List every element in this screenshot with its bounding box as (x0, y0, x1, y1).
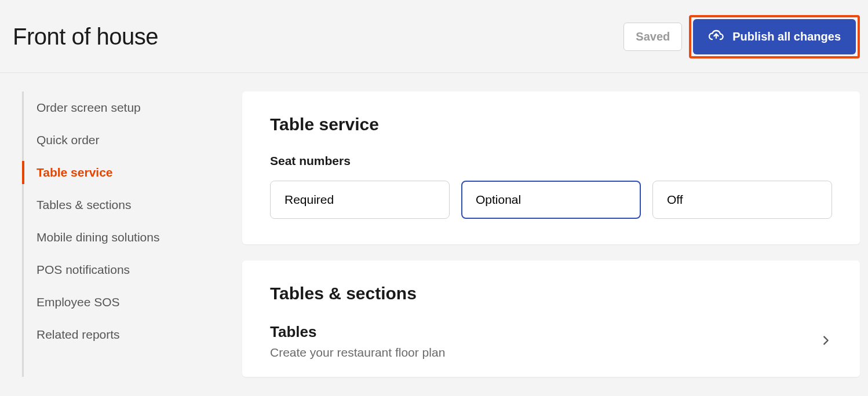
tables-sections-card: Tables & sections Tables Create your res… (242, 261, 860, 377)
tables-row-text: Tables Create your restaurant floor plan (270, 323, 445, 360)
sidebar-item-quick-order[interactable]: Quick order (24, 124, 219, 156)
publish-button-label: Publish all changes (732, 30, 841, 43)
sidebar-item-pos-notifications[interactable]: POS notifications (24, 254, 219, 286)
sidebar-item-tables-sections[interactable]: Tables & sections (24, 189, 219, 221)
page-header: Front of house Saved Publish all changes (0, 0, 868, 73)
sidebar-item-order-screen-setup[interactable]: Order screen setup (24, 91, 219, 124)
seat-numbers-label: Seat numbers (270, 154, 832, 168)
cloud-upload-icon (708, 27, 724, 46)
seat-numbers-option-optional[interactable]: Optional (461, 181, 641, 219)
tables-sections-title: Tables & sections (270, 284, 832, 303)
seat-numbers-group: Required Optional Off (270, 181, 832, 219)
sidebar-item-employee-sos[interactable]: Employee SOS (24, 286, 219, 318)
saved-button: Saved (623, 23, 682, 51)
sidebar: Order screen setup Quick order Table ser… (22, 91, 219, 377)
publish-all-button[interactable]: Publish all changes (693, 19, 856, 54)
chevron-right-icon (819, 334, 832, 349)
page-title: Front of house (13, 24, 158, 50)
main-content: Table service Seat numbers Required Opti… (242, 91, 860, 377)
sidebar-item-mobile-dining-solutions[interactable]: Mobile dining solutions (24, 221, 219, 254)
tables-row-title: Tables (270, 323, 445, 341)
tables-row-subtitle: Create your restaurant floor plan (270, 346, 445, 360)
table-service-title: Table service (270, 115, 832, 134)
sidebar-item-related-reports[interactable]: Related reports (24, 318, 219, 351)
sidebar-item-table-service[interactable]: Table service (24, 156, 219, 189)
seat-numbers-option-off[interactable]: Off (652, 181, 832, 219)
table-service-card: Table service Seat numbers Required Opti… (242, 91, 860, 244)
seat-numbers-option-required[interactable]: Required (270, 181, 450, 219)
header-actions: Saved Publish all changes (623, 15, 860, 58)
publish-highlight: Publish all changes (689, 15, 860, 58)
tables-row[interactable]: Tables Create your restaurant floor plan (270, 323, 832, 360)
